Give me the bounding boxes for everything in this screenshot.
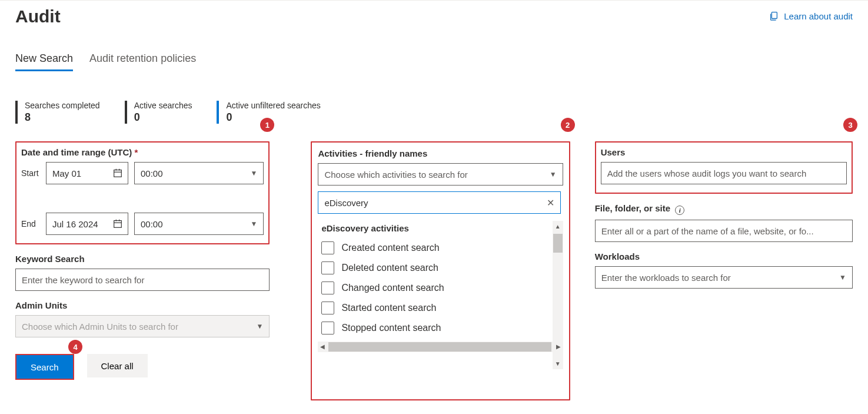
end-date-input[interactable]: Jul 16 2024 (46, 213, 128, 235)
chevron-down-icon: ▼ (839, 273, 846, 281)
activities-label: Activities - friendly names (318, 148, 563, 158)
activity-item[interactable]: Stopped content search (318, 318, 552, 338)
scrollbar-thumb[interactable] (553, 234, 563, 253)
users-input[interactable]: Add the users whose audit logs you want … (601, 162, 847, 184)
docs-icon (769, 11, 779, 21)
chevron-down-icon: ▼ (251, 220, 258, 228)
workloads-label: Workloads (595, 251, 853, 261)
clear-filter-icon[interactable]: ✕ (547, 197, 554, 208)
tab-new-search[interactable]: New Search (15, 52, 73, 71)
learn-about-audit-label: Learn about audit (784, 11, 853, 21)
clear-all-button[interactable]: Clear all (87, 354, 148, 377)
svg-rect-0 (772, 12, 777, 19)
tab-retention-policies[interactable]: Audit retention policies (89, 52, 196, 71)
activities-dropdown[interactable]: Choose which activities to search for ▼ (318, 163, 563, 186)
stat-value: 8 (25, 111, 100, 124)
callout-badge-3: 3 (843, 118, 857, 132)
keyword-label: Keyword Search (15, 254, 270, 264)
info-icon[interactable]: i (675, 206, 684, 215)
scroll-right-icon[interactable]: ▶ (556, 343, 561, 350)
workloads-select[interactable]: Enter the workloads to search for ▼ (595, 266, 853, 289)
checkbox[interactable] (321, 281, 334, 294)
learn-about-audit-link[interactable]: Learn about audit (769, 11, 853, 21)
callout-badge-4: 4 (68, 340, 82, 354)
callout-badge-1: 1 (260, 118, 274, 132)
scroll-down-icon[interactable]: ▼ (555, 360, 561, 367)
users-label: Users (601, 147, 847, 157)
svg-rect-1 (114, 170, 122, 177)
file-label: File, folder, or site i (595, 203, 853, 215)
page-title: Audit (15, 5, 61, 27)
activities-category: eDiscovery activities (318, 221, 552, 238)
callout-badge-2: 2 (561, 118, 575, 132)
chevron-down-icon: ▼ (550, 170, 557, 178)
checkbox[interactable] (321, 241, 334, 254)
horizontal-scrollbar[interactable]: ◀ ▶ (318, 342, 563, 352)
scroll-up-icon[interactable]: ▲ (555, 223, 561, 230)
end-time-input[interactable]: 00:00 ▼ (134, 213, 264, 235)
chevron-down-icon: ▼ (257, 322, 264, 330)
admin-units-select[interactable]: Choose which Admin Units to search for ▼ (15, 315, 270, 337)
activity-item[interactable]: Changed content search (318, 278, 552, 298)
scroll-left-icon[interactable]: ◀ (320, 343, 325, 350)
checkbox[interactable] (321, 302, 334, 314)
start-date-input[interactable]: May 01 (46, 162, 128, 184)
stat-searches-completed: Searches completed 8 (15, 101, 100, 124)
activity-item-label: Deleted content search (341, 263, 438, 273)
activity-item-label: Stopped content search (341, 323, 441, 333)
stat-label: Searches completed (25, 101, 100, 110)
tabs: New Search Audit retention policies (15, 52, 853, 71)
calendar-icon (112, 168, 123, 178)
calendar-icon (112, 218, 123, 229)
svg-rect-11 (114, 221, 122, 228)
stat-label: Active unfiltered searches (226, 101, 320, 110)
activity-item-label: Created content search (341, 243, 439, 253)
checkbox[interactable] (321, 322, 334, 334)
checkbox[interactable] (321, 261, 334, 274)
admin-units-label: Admin Units (15, 300, 270, 310)
date-range-label: Date and time range (UTC) * (21, 147, 264, 157)
start-label: Start (21, 168, 46, 178)
activities-filter-input[interactable]: eDiscovery ✕ (318, 191, 560, 214)
file-input[interactable]: Enter all or a part of the name of a fil… (595, 220, 853, 242)
activity-item[interactable]: Started content search (318, 298, 552, 318)
activity-item-label: Started content search (341, 303, 436, 313)
start-time-input[interactable]: 00:00 ▼ (134, 162, 264, 184)
chevron-down-icon: ▼ (251, 169, 258, 177)
search-button[interactable]: Search (16, 355, 73, 379)
activity-item[interactable]: Created content search (318, 238, 552, 258)
stat-active-searches: Active searches 0 (125, 101, 192, 124)
keyword-input[interactable]: Enter the keyword to search for (15, 269, 270, 291)
stat-value: 0 (134, 111, 192, 124)
scrollbar-thumb[interactable] (328, 342, 551, 352)
activity-item[interactable]: Deleted content search (318, 258, 552, 278)
end-label: End (21, 219, 46, 228)
stat-label: Active searches (134, 101, 192, 110)
activity-item-label: Changed content search (341, 283, 444, 293)
required-asterisk: * (135, 147, 138, 157)
